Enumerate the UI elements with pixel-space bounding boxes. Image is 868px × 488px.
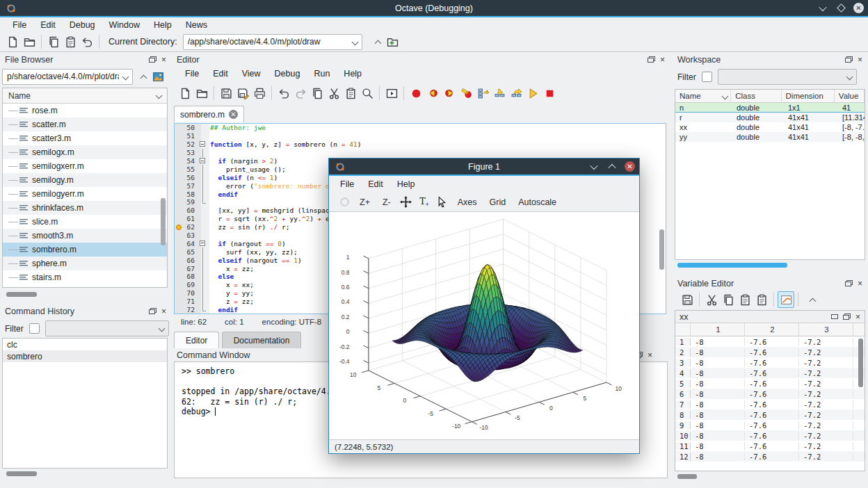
file-row-sombrero.m[interactable]: sombrero.m [3, 243, 167, 257]
toggle-breakpoint-icon[interactable] [408, 85, 424, 101]
axes-button[interactable]: Axes [452, 196, 483, 209]
file-row-sphere.m[interactable]: sphere.m [3, 257, 167, 270]
insert-text-icon[interactable]: T+ [416, 194, 433, 211]
autoscale-button[interactable]: Autoscale [513, 196, 562, 209]
variable-row-2[interactable]: 2-8-7.6-7.2 [675, 347, 865, 357]
step-in-icon[interactable] [491, 85, 508, 101]
menu-help[interactable]: Help [337, 67, 369, 80]
variable-col-3[interactable]: 3 [799, 323, 853, 336]
menu-file[interactable]: File [178, 67, 206, 80]
browser-up-button[interactable] [133, 68, 150, 85]
menu-file[interactable]: File [6, 19, 33, 31]
debug-stop-marker-icon[interactable] [176, 225, 182, 230]
workspace-hscrollbar[interactable] [677, 263, 787, 268]
previous-breakpoint-icon[interactable] [424, 85, 441, 101]
file-row-scatter.m[interactable]: scatter.m [3, 117, 167, 131]
step-out-icon[interactable] [508, 85, 524, 101]
variable-row-11[interactable]: 11-8-7.6-7.2 [675, 441, 865, 451]
menu-run[interactable]: Run [307, 67, 337, 80]
maximize-button[interactable] [835, 3, 846, 14]
minimize-button[interactable] [588, 161, 600, 172]
variable-row-6[interactable]: 6-8-7.6-7.2 [675, 389, 865, 399]
file-row-scatter3.m[interactable]: scatter3.m [3, 131, 167, 145]
save-as-icon[interactable] [234, 85, 251, 101]
copy-icon[interactable] [720, 291, 737, 308]
tab-documentation[interactable]: Documentation [222, 332, 302, 348]
variable-editor-hscrollbar[interactable] [677, 474, 697, 479]
current-directory-combobox[interactable]: /app/share/octave/4.4.0/m/plot/draw [183, 34, 362, 50]
history-filter-combobox[interactable] [45, 320, 169, 336]
plot-variable-icon[interactable] [778, 291, 794, 308]
print-icon[interactable] [251, 85, 268, 101]
variable-editor-vscrollbar[interactable] [858, 339, 863, 387]
workspace-table-header[interactable]: NameClassDimensionValue [675, 90, 865, 103]
file-row-shrinkfaces.m[interactable]: shrinkfaces.m [3, 201, 167, 215]
close-panel-icon[interactable]: × [161, 56, 166, 64]
open-file-icon[interactable] [21, 33, 38, 50]
command-history-hscrollbar[interactable] [6, 471, 37, 476]
menu-edit[interactable]: Edit [33, 19, 63, 31]
close-panel-icon[interactable]: × [855, 313, 860, 321]
paste-table-icon[interactable] [753, 291, 770, 308]
file-row-smooth3.m[interactable]: smooth3.m [3, 229, 167, 243]
file-row-slice.m[interactable]: slice.m [3, 215, 167, 229]
float-panel-icon[interactable] [149, 56, 156, 63]
menu-edit[interactable]: Edit [361, 178, 390, 190]
copy-icon[interactable] [45, 33, 62, 50]
workspace-row-xx[interactable]: xxdouble41x41[-8, -7.6 [675, 122, 865, 132]
paste-icon[interactable] [342, 85, 359, 101]
variable-col-2[interactable]: 2 [745, 323, 799, 336]
menu-debug[interactable]: Debug [268, 67, 307, 80]
history-item[interactable]: sombrero [3, 350, 167, 362]
stop-icon[interactable] [541, 85, 558, 101]
fold-marker-icon[interactable] [200, 158, 205, 163]
fold-column[interactable] [198, 239, 208, 247]
save-icon[interactable] [218, 85, 234, 101]
variable-row-8[interactable]: 8-8-7.6-7.2 [675, 409, 865, 420]
close-button[interactable]: ✕ [853, 3, 864, 13]
next-breakpoint-icon[interactable] [441, 85, 458, 101]
file-row-rose.m[interactable]: rose.m [3, 104, 167, 117]
paste-icon[interactable] [737, 291, 753, 308]
tab-editor[interactable]: Editor [174, 332, 219, 348]
workspace-row-n[interactable]: ndouble1x141 [675, 103, 865, 113]
new-script-icon[interactable] [4, 33, 21, 50]
menu-window[interactable]: Window [102, 19, 147, 31]
figure-window[interactable]: Figure 1 ✕ FileEditHelp Z+ Z- T+ Axes Gr… [329, 158, 639, 453]
remove-breakpoints-icon[interactable] [458, 85, 474, 101]
float-panel-icon[interactable] [149, 308, 156, 314]
variable-table-header[interactable]: 123 [675, 323, 865, 336]
undo-icon[interactable] [275, 85, 292, 101]
close-button[interactable]: ✕ [625, 161, 635, 172]
editor-vscrollbar[interactable] [659, 229, 664, 270]
file-row-stairs.m[interactable]: stairs.m [3, 270, 167, 284]
cut-icon[interactable] [326, 85, 342, 101]
rotate-icon[interactable] [336, 194, 353, 211]
pan-icon[interactable] [398, 194, 415, 211]
variable-row-9[interactable]: 9-8-7.6-7.2 [675, 420, 865, 430]
zoom-in-button[interactable]: Z+ [354, 196, 376, 209]
close-panel-icon[interactable]: × [660, 56, 665, 64]
workspace-col-class[interactable]: Class [731, 90, 781, 102]
variable-row-10[interactable]: 10-8-7.6-7.2 [675, 430, 865, 441]
cut-icon[interactable] [703, 291, 720, 308]
file-row-semilogxerr.m[interactable]: semilogxerr.m [3, 159, 167, 173]
step-icon[interactable] [474, 85, 491, 101]
fold-marker-icon[interactable] [200, 241, 205, 246]
menu-edit[interactable]: Edit [206, 67, 235, 80]
find-icon[interactable] [359, 85, 376, 101]
menu-help[interactable]: Help [147, 19, 179, 31]
select-pointer-icon[interactable] [434, 194, 451, 211]
workspace-col-dimension[interactable]: Dimension [782, 90, 835, 102]
workspace-col-name[interactable]: Name [675, 90, 731, 102]
undo-icon[interactable] [79, 33, 95, 50]
menu-view[interactable]: View [235, 67, 268, 80]
variable-row-5[interactable]: 5-8-7.6-7.2 [675, 378, 865, 389]
fold-column[interactable] [198, 157, 208, 165]
variable-row-12[interactable]: 12-8-7.6-7.2 [675, 451, 865, 462]
variable-row-7[interactable]: 7-8-7.6-7.2 [675, 399, 865, 409]
file-row-semilogyerr.m[interactable]: semilogyerr.m [3, 187, 167, 201]
continue-icon[interactable] [524, 85, 541, 101]
open-file-icon[interactable] [193, 85, 210, 101]
variable-col-1[interactable]: 1 [691, 323, 745, 336]
